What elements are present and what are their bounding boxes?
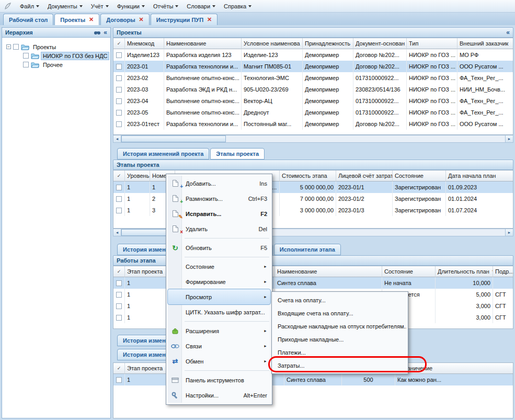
tree-item-projects[interactable]: − Проекты: [4, 42, 108, 51]
cell[interactable]: 2023-01тест: [125, 118, 164, 130]
cell[interactable]: Выполнение опытно-конс...: [164, 72, 242, 84]
collapse-sidebar-icon[interactable]: «: [104, 30, 107, 35]
cell[interactable]: Выполнение опытно-конс...: [164, 107, 242, 118]
row-checkbox[interactable]: [113, 312, 125, 323]
cell[interactable]: Зарегистрирован: [393, 205, 446, 216]
cell[interactable]: 01.09.2023: [446, 181, 513, 193]
column-header[interactable]: Стоимость этапа: [280, 171, 336, 181]
cell[interactable]: 2023-05: [125, 107, 164, 118]
tree-item-niokr[interactable]: НИОКР по ГОЗ без НДС: [4, 51, 108, 60]
tree-checkbox[interactable]: [23, 53, 29, 59]
cell[interactable]: 1: [125, 181, 150, 193]
cell[interactable]: 1: [125, 193, 150, 205]
menu-dictionaries[interactable]: Словари: [182, 1, 220, 12]
table-row[interactable]: 2023-02Выполнение опытно-конс...Технолог…: [113, 72, 513, 84]
tab-project-history[interactable]: История изменений проекта: [117, 148, 209, 160]
tab-project-stages[interactable]: Этапы проекта: [210, 148, 265, 160]
cell[interactable]: 7 000 000,00: [280, 193, 336, 205]
cell[interactable]: Демопример: [303, 118, 353, 130]
cell[interactable]: Демопример: [303, 61, 353, 72]
cell[interactable]: Как можно ран...: [395, 374, 513, 385]
cell[interactable]: [493, 277, 513, 289]
table-row[interactable]: 2023-05Выполнение опытно-конс...Дредноут…: [113, 107, 513, 118]
column-header[interactable]: Принадлежность: [303, 38, 353, 49]
column-header[interactable]: Документ-основан: [353, 38, 407, 49]
cell[interactable]: Демопример: [303, 49, 353, 61]
cell[interactable]: Демопример: [303, 107, 353, 118]
row-checkbox[interactable]: [113, 193, 125, 205]
menu-functions[interactable]: Функции: [113, 1, 149, 12]
cell[interactable]: Разработка технологии и...: [164, 61, 242, 72]
table-row[interactable]: 2023-04Выполнение опытно-конс...Вектор-А…: [113, 95, 513, 107]
tab-projects[interactable]: Проекты✕: [54, 14, 99, 25]
scrollbar-track[interactable]: [121, 135, 505, 142]
cell[interactable]: Синтез сплава: [284, 374, 342, 385]
cell[interactable]: СГТ: [493, 300, 513, 312]
row-checkbox[interactable]: [113, 374, 125, 385]
menu-item-citk-cost-code[interactable]: ЦИТК. Указать шифр затрат...: [168, 304, 270, 320]
menu-help[interactable]: Справка: [220, 1, 256, 12]
cell[interactable]: Зарегистрирован: [393, 193, 446, 205]
cell[interactable]: Изделие-123: [242, 49, 303, 61]
scroll-left-icon[interactable]: ◄: [113, 229, 121, 236]
cell[interactable]: 500: [342, 374, 395, 385]
row-checkbox[interactable]: [113, 107, 125, 118]
menu-item-edit[interactable]: ✎ Исправить... F2: [168, 206, 270, 221]
cell[interactable]: НИОКР по ГОЗ ...: [407, 49, 457, 61]
menu-item-refresh[interactable]: ↻ Обновить F5: [168, 240, 270, 255]
menu-item-exchange[interactable]: ⇄ Обмен ►: [168, 354, 270, 369]
close-tab-icon[interactable]: ✕: [89, 17, 94, 22]
cell[interactable]: 017310000922...: [353, 95, 407, 107]
column-header[interactable]: Уровень: [125, 171, 150, 181]
row-checkbox[interactable]: [113, 205, 125, 216]
column-header[interactable]: Состояние: [382, 266, 436, 277]
column-header[interactable]: Лицевой счёт затрат: [336, 171, 393, 181]
menu-item-duplicate[interactable]: + Размножить... Ctrl+F3: [168, 191, 270, 206]
cell[interactable]: НИОКР по ГОЗ ...: [407, 61, 457, 72]
submenu-item-incoming-invoices[interactable]: Входящие счета на оплату...: [273, 307, 406, 320]
menu-item-add[interactable]: + Добавить... Ins: [168, 176, 270, 191]
row-checkbox[interactable]: [113, 84, 125, 95]
cell[interactable]: ФА_Техн_Рег_...: [457, 72, 513, 84]
menu-item-formation[interactable]: Формирование ►: [168, 274, 270, 289]
column-header[interactable]: Наименование: [164, 38, 242, 49]
find-icon[interactable]: [94, 30, 101, 35]
close-tab-icon[interactable]: ✕: [139, 17, 144, 22]
cell[interactable]: 230823/0514/136: [353, 84, 407, 95]
select-all-header[interactable]: ✓: [113, 363, 125, 374]
select-all-header[interactable]: ✓: [113, 266, 125, 277]
column-header[interactable]: Внешний заказчик: [457, 38, 513, 49]
collapse-panel-icon[interactable]: «: [506, 30, 510, 35]
menu-accounting[interactable]: Учёт: [87, 1, 113, 12]
cell[interactable]: ФА_Техн_Рег_...: [457, 95, 513, 107]
cell[interactable]: 1: [125, 205, 150, 216]
cell[interactable]: Разработка технологии и...: [164, 118, 242, 130]
column-header[interactable]: Ограничение: [395, 363, 513, 374]
submenu-item-expense-notes[interactable]: Расходные накладные на отпуск потребител…: [273, 320, 406, 333]
cell[interactable]: ООО Русатом ...: [457, 118, 513, 130]
cell[interactable]: НИОКР по ГОЗ ...: [407, 72, 457, 84]
cell[interactable]: Дредноут: [242, 107, 303, 118]
menu-documents[interactable]: Документы: [43, 1, 87, 12]
cell[interactable]: 10,000: [436, 277, 493, 289]
menu-file[interactable]: Файл: [16, 1, 43, 12]
cell[interactable]: СГТ: [493, 312, 513, 323]
cell[interactable]: ФА_Техн_Рег_...: [457, 107, 513, 118]
cell[interactable]: 01.07.2024: [446, 205, 513, 216]
row-checkbox[interactable]: [113, 61, 125, 72]
cell[interactable]: Изделие123: [125, 49, 164, 61]
cell[interactable]: НИОКР по ГОЗ ...: [407, 95, 457, 107]
cell[interactable]: Договор №202...: [353, 49, 407, 61]
cell[interactable]: 2023-01/2: [336, 193, 393, 205]
tab-stage-executors[interactable]: Исполнители этапа: [274, 244, 341, 255]
cell[interactable]: Договор №202...: [353, 61, 407, 72]
cell[interactable]: МО РФ: [457, 49, 513, 61]
row-checkbox[interactable]: [113, 72, 125, 84]
column-header[interactable]: Состояние: [393, 171, 446, 181]
tree-checkbox[interactable]: [23, 62, 29, 67]
cell[interactable]: Не начата: [382, 277, 436, 289]
cell[interactable]: ООО Русатом ...: [457, 61, 513, 72]
cell[interactable]: 905-U020-23/269: [242, 84, 303, 95]
submenu-item-costs[interactable]: Затраты...: [273, 359, 406, 372]
cell[interactable]: НИОКР по ГОЗ ...: [407, 84, 457, 95]
